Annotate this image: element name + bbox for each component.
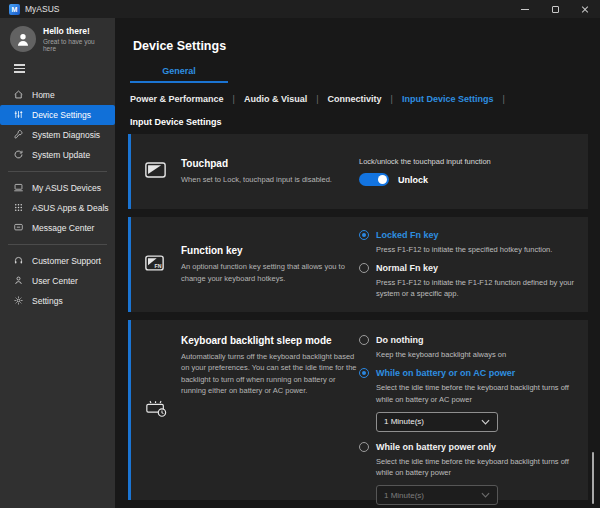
- sidebar-item-label: System Update: [32, 150, 90, 160]
- settings-cards: Touchpad When set to Lock, touchpad inpu…: [128, 134, 588, 500]
- radio-unselected-icon[interactable]: [359, 335, 369, 345]
- sidebar-item-label: ASUS Apps & Deals: [32, 203, 109, 213]
- sidebar-item-device-settings[interactable]: Device Settings: [0, 105, 115, 125]
- hamburger-icon: [14, 64, 25, 66]
- touchpad-description: When set to Lock, touchpad input is disa…: [181, 174, 357, 185]
- option-battery-or-ac: While on battery or on AC power Select t…: [359, 368, 576, 434]
- function-key-description: An optional function key setting that al…: [181, 261, 357, 284]
- sidebar-item-customer-support[interactable]: Customer Support: [0, 251, 115, 271]
- radio-selected-icon[interactable]: [359, 230, 369, 240]
- grid-icon: [13, 202, 24, 213]
- myasus-window: M MyASUS Hello there! Great to have you …: [0, 0, 600, 508]
- fn-glyph: FN: [155, 263, 162, 269]
- person-outline-icon: [13, 275, 24, 286]
- dropdown-value: 1 Minute(s): [384, 417, 424, 426]
- option-do-nothing-radio-row[interactable]: Do nothing: [359, 335, 576, 345]
- user-profile[interactable]: Hello there! Great to have you here: [10, 26, 107, 52]
- home-icon: [13, 89, 24, 100]
- sidebar-item-my-asus-devices[interactable]: My ASUS Devices: [0, 178, 115, 198]
- option-description: Press F1-F12 to initiate the specified h…: [376, 244, 576, 255]
- function-key-options: Locked Fn key Press F1-F12 to initiate t…: [359, 217, 576, 312]
- main-content: Device Settings General Power & Performa…: [115, 18, 600, 508]
- option-battery-or-ac-radio-row[interactable]: While on battery or on AC power: [359, 368, 576, 378]
- person-icon: [14, 30, 32, 48]
- touchpad-toggle-label: Unlock: [398, 175, 428, 185]
- keyboard-backlight-icon: [145, 399, 167, 422]
- sidebar-divider: [8, 244, 107, 245]
- sidebar-item-asus-apps-deals[interactable]: ASUS Apps & Deals: [0, 198, 115, 218]
- sidebar-item-system-update[interactable]: System Update: [0, 145, 115, 165]
- idle-time-dropdown[interactable]: 1 Minute(s): [376, 412, 498, 432]
- touchpad-info: Touchpad When set to Lock, touchpad inpu…: [181, 134, 357, 209]
- tab-separator: |: [233, 94, 235, 104]
- sliders-icon: [13, 109, 24, 120]
- option-locked-fn-key-radio-row[interactable]: Locked Fn key: [359, 230, 576, 240]
- sidebar-item-label: Home: [32, 90, 55, 100]
- option-battery-only-radio-row[interactable]: While on battery power only: [359, 442, 576, 452]
- menu-toggle-button[interactable]: [14, 64, 115, 73]
- sidebar-divider: [8, 171, 107, 172]
- radio-unselected-icon[interactable]: [359, 263, 369, 273]
- option-normal-fn-key: Normal Fn key Press F1-F12 to initiate t…: [359, 263, 576, 300]
- sidebar-nav: Home Device Settings System Diagnosis Sy…: [0, 85, 115, 311]
- myasus-logo-icon: M: [9, 4, 20, 15]
- tab-input-device-settings[interactable]: Input Device Settings: [402, 94, 494, 104]
- option-do-nothing: Do nothing Keep the keyboard backlight a…: [359, 335, 576, 360]
- radio-unselected-icon[interactable]: [359, 442, 369, 452]
- scrollbar-thumb[interactable]: [592, 452, 594, 504]
- option-description: Keep the keyboard backlight always on: [376, 349, 576, 360]
- tab-connectivity[interactable]: Connectivity: [328, 94, 382, 104]
- sidebar-item-home[interactable]: Home: [0, 85, 115, 105]
- keyboard-backlight-info: Keyboard backlight sleep mode Automatica…: [181, 320, 357, 500]
- chevron-down-icon: [481, 419, 490, 425]
- greeting-subtitle: Great to have you here: [43, 38, 107, 52]
- radio-selected-icon[interactable]: [359, 368, 369, 378]
- touchpad-controls: Lock/unlock the touchpad input function …: [359, 134, 576, 209]
- touchpad-toggle[interactable]: [359, 173, 389, 186]
- sub-tabs: Power & Performance | Audio & Visual | C…: [130, 94, 588, 104]
- window-title: MyASUS: [25, 4, 59, 14]
- touchpad-title: Touchpad: [181, 158, 357, 169]
- option-label: Locked Fn key: [376, 230, 439, 240]
- page-title: Device Settings: [133, 39, 588, 53]
- function-key-title: Function key: [181, 245, 357, 256]
- window-controls: [510, 0, 600, 18]
- touchpad-control-label: Lock/unlock the touchpad input function: [359, 157, 576, 166]
- option-locked-fn-key: Locked Fn key Press F1-F12 to initiate t…: [359, 230, 576, 255]
- fn-key-icon: FN: [145, 255, 164, 275]
- sidebar-item-message-center[interactable]: Message Center: [0, 218, 115, 238]
- tab-general[interactable]: General: [130, 66, 228, 83]
- sidebar-item-user-center[interactable]: User Center: [0, 271, 115, 291]
- sidebar-item-settings[interactable]: Settings: [0, 291, 115, 311]
- option-normal-fn-key-radio-row[interactable]: Normal Fn key: [359, 263, 576, 273]
- section-title: Input Device Settings: [130, 117, 588, 127]
- logo-glyph: M: [12, 6, 18, 13]
- tab-power-performance[interactable]: Power & Performance: [130, 94, 224, 104]
- sidebar: Hello there! Great to have you here Home…: [0, 18, 115, 508]
- option-label: Normal Fn key: [376, 263, 438, 273]
- greeting-text: Hello there! Great to have you here: [43, 26, 107, 52]
- tab-separator: |: [502, 94, 504, 104]
- minimize-button[interactable]: [510, 0, 540, 18]
- keyboard-backlight-options: Do nothing Keep the keyboard backlight a…: [359, 320, 576, 500]
- laptop-icon: [13, 182, 24, 193]
- close-button[interactable]: [570, 0, 600, 18]
- sidebar-item-label: Device Settings: [32, 110, 91, 120]
- keyboard-backlight-title: Keyboard backlight sleep mode: [181, 335, 357, 346]
- sidebar-item-system-diagnosis[interactable]: System Diagnosis: [0, 125, 115, 145]
- maximize-icon: [552, 6, 559, 13]
- keyboard-backlight-description: Automatically turns off the keyboard bac…: [181, 351, 357, 396]
- tab-audio-visual[interactable]: Audio & Visual: [244, 94, 307, 104]
- option-battery-only: While on battery power only Select the i…: [359, 442, 576, 508]
- chevron-down-icon: [481, 492, 490, 498]
- touchpad-icon: [145, 162, 166, 182]
- avatar: [10, 26, 36, 52]
- titlebar: M MyASUS: [0, 0, 600, 18]
- sidebar-item-label: System Diagnosis: [32, 130, 100, 140]
- app-body: Hello there! Great to have you here Home…: [0, 18, 600, 508]
- option-label: Do nothing: [376, 335, 423, 345]
- option-label: While on battery power only: [376, 442, 496, 452]
- maximize-button[interactable]: [540, 0, 570, 18]
- sidebar-item-label: Settings: [32, 296, 63, 306]
- option-description: Select the idle time before the keyboard…: [376, 456, 576, 479]
